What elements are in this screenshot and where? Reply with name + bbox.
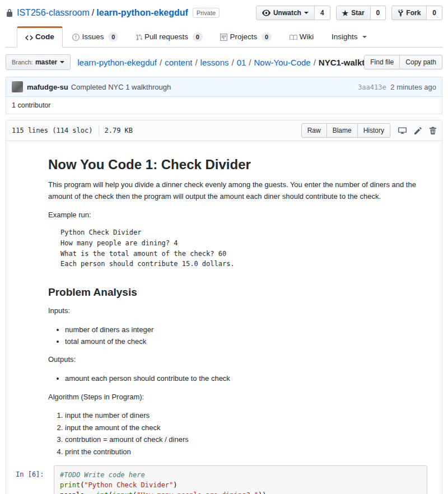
caret-down-icon: [60, 61, 64, 63]
notebook-markdown: Now You Code 1: Check Divider This progr…: [48, 157, 417, 458]
tab-issues[interactable]: Issues 0: [64, 27, 126, 47]
code-editor[interactable]: #TODO Write code hereprint("Python Check…: [54, 465, 427, 494]
file-view: 115 lines (114 sloc) 2.79 KB Raw Blame H…: [6, 120, 442, 494]
commit-message-link[interactable]: Completed NYC 1 walkthrough: [71, 83, 171, 91]
repo-title: IST256-classroom / learn-python-ekegduf …: [6, 8, 220, 18]
cell-input-prompt: In [6]:: [6, 465, 54, 494]
breadcrumb-separator: /: [231, 58, 234, 67]
breadcrumb-separator: /: [160, 58, 162, 67]
caret-down-icon: [362, 36, 367, 38]
breadcrumb-separator: /: [195, 58, 197, 67]
delete-trash-icon[interactable]: [430, 127, 436, 134]
file-info-divider: [99, 125, 99, 136]
open-desktop-icon[interactable]: [398, 127, 407, 134]
commit-time: 2 minutes ago: [390, 83, 436, 91]
breadcrumb-link[interactable]: 01: [237, 58, 246, 67]
raw-button[interactable]: Raw: [301, 123, 327, 138]
issues-counter: 0: [108, 32, 118, 41]
repo-nav: Code Issues 0 Pull requests 0 Projects 0…: [6, 26, 442, 48]
inputs-list-item: total amount of the check: [65, 335, 417, 347]
projects-icon: [220, 34, 227, 41]
file-nav: Branch: master learn-python-ekegduf/cont…: [6, 54, 442, 70]
problem-analysis-heading: Problem Analysis: [48, 286, 417, 299]
notebook-title: Now You Code 1: Check Divider: [48, 157, 417, 173]
contributors-bar[interactable]: 1 contributor: [6, 97, 442, 114]
breadcrumb-separator: /: [249, 58, 251, 67]
code-line: people = int(input("How many people are …: [60, 490, 421, 494]
tab-pull-requests[interactable]: Pull requests 0: [128, 27, 211, 47]
breadcrumb-current-file: NYC1-walkthrough.ipynb: [319, 58, 364, 67]
commit-meta: 3aa413e 2 minutes ago: [358, 83, 436, 91]
algorithm-list-item: print the contribution: [65, 446, 417, 458]
watch-count[interactable]: 4: [315, 6, 330, 20]
inputs-list: number of diners as integertotal amount …: [48, 324, 417, 348]
breadcrumb-link[interactable]: content: [165, 58, 192, 67]
repo-owner-link[interactable]: IST256-classroom: [17, 8, 90, 18]
star-count[interactable]: 0: [371, 6, 386, 20]
tab-code[interactable]: Code: [17, 26, 63, 48]
tab-pull-requests-label: Pull requests: [144, 32, 188, 41]
caret-down-icon: [304, 12, 309, 14]
unwatch-label: Unwatch: [273, 8, 301, 18]
code-line: #TODO Write code here: [60, 470, 421, 480]
private-badge: Private: [193, 8, 220, 18]
wiki-icon: [290, 34, 297, 41]
code-line: print("Python Check Divider"): [60, 480, 421, 490]
star-icon: ★: [342, 10, 349, 17]
copy-path-button[interactable]: Copy path: [400, 55, 442, 69]
page: IST256-classroom / learn-python-ekegduf …: [0, 0, 448, 494]
breadcrumb-link[interactable]: learn-python-ekegduf: [77, 58, 157, 67]
tab-projects-label: Projects: [230, 32, 257, 41]
file-size: 2.79 KB: [105, 127, 133, 134]
file-header: 115 lines (114 sloc) 2.79 KB Raw Blame H…: [6, 120, 442, 141]
branch-selector[interactable]: Branch: master: [6, 54, 71, 70]
tab-projects[interactable]: Projects 0: [212, 27, 279, 47]
outputs-list: amount each person should contribute to …: [48, 372, 417, 384]
outputs-list-item: amount each person should contribute to …: [65, 372, 417, 384]
algorithm-label: Algorithm (Steps in Program):: [48, 392, 417, 403]
repo-name-link[interactable]: learn-python-ekegduf: [96, 8, 188, 18]
code-icon: [25, 35, 33, 41]
commit-sha-link[interactable]: 3aa413e: [358, 83, 386, 91]
file-lines-info: 115 lines (114 sloc): [12, 127, 93, 134]
tab-wiki-label: Wiki: [300, 32, 314, 41]
breadcrumb-link[interactable]: lessons: [200, 58, 229, 67]
fork-button[interactable]: Fork: [391, 6, 427, 20]
repo-header: IST256-classroom / learn-python-ekegduf …: [6, 0, 442, 20]
tab-code-label: Code: [35, 32, 54, 41]
repo-separator: /: [92, 8, 94, 18]
commit-author-link[interactable]: mafudge-su: [27, 83, 68, 91]
example-run-block: Python Check Divider How many people are…: [60, 227, 417, 269]
tab-insights-label: Insights: [332, 32, 358, 41]
algorithm-list: input the number of dinersinput the amou…: [48, 409, 417, 458]
inputs-label: Inputs:: [48, 305, 417, 317]
fork-count[interactable]: 0: [427, 6, 442, 20]
star-group: ★ Star 0: [336, 6, 386, 20]
contributors-label: 1 contributor: [12, 101, 50, 109]
breadcrumb-link[interactable]: Now-You-Code: [254, 58, 311, 67]
star-button[interactable]: ★ Star: [336, 6, 371, 20]
tab-insights[interactable]: Insights: [324, 27, 375, 47]
notebook-intro: This program will help you divide a dinn…: [48, 179, 417, 203]
file-view-buttons: Raw Blame History: [301, 123, 390, 138]
find-file-button[interactable]: Find file: [364, 55, 400, 69]
commit-author-avatar[interactable]: [12, 81, 23, 92]
branch-name: master: [35, 57, 57, 67]
latest-commit-bar: mafudge-su Completed NYC 1 walkthrough 3…: [6, 77, 442, 97]
unwatch-button[interactable]: Unwatch: [256, 6, 315, 20]
algorithm-list-item: input the number of diners: [65, 409, 417, 421]
fork-group: Fork 0: [391, 6, 442, 20]
pull-requests-counter: 0: [193, 32, 203, 41]
eye-icon: [262, 10, 270, 16]
blame-button[interactable]: Blame: [327, 123, 358, 138]
history-button[interactable]: History: [358, 123, 390, 138]
file-info: 115 lines (114 sloc) 2.79 KB: [12, 125, 133, 136]
example-run-label: Example run:: [48, 209, 417, 221]
edit-pencil-icon[interactable]: [414, 127, 422, 134]
inputs-list-item: number of diners as integer: [65, 324, 417, 335]
breadcrumb-separator: /: [314, 58, 316, 67]
code-cell: In [6]: #TODO Write code hereprint("Pyth…: [6, 465, 442, 494]
tab-wiki[interactable]: Wiki: [282, 27, 322, 47]
notebook-render: Now You Code 1: Check Divider This progr…: [6, 141, 442, 494]
branch-prefix: Branch:: [12, 57, 33, 67]
